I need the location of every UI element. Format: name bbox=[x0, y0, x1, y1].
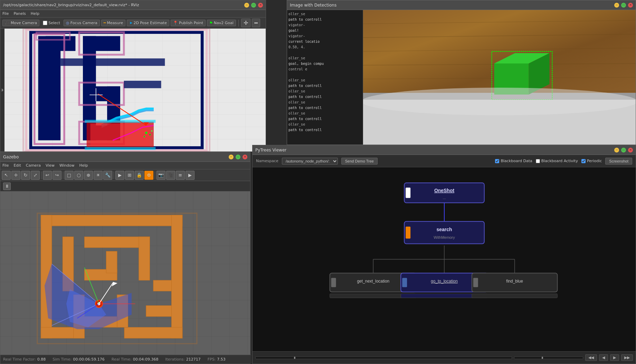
focus-camera-button[interactable]: ◎ Focus Camera bbox=[64, 20, 100, 26]
gz-vid2-btn[interactable]: ▶ bbox=[186, 171, 194, 180]
gz-active-tool[interactable]: ⚙ bbox=[144, 171, 153, 180]
gazebo-title: Gazebo bbox=[3, 155, 19, 159]
publish-icon: 📍 bbox=[173, 21, 178, 25]
gz-cylinder-tool[interactable]: ⊕ bbox=[84, 171, 93, 180]
gz-arrow-tool[interactable]: ▶ bbox=[115, 171, 124, 180]
svg-rect-125 bbox=[404, 222, 484, 244]
pytrees-tree-viewport[interactable]: OneShot ... search WithMemory get_next_l… bbox=[253, 167, 636, 351]
select-checkbox[interactable] bbox=[43, 21, 47, 25]
timeline-prev-button[interactable]: ◀ bbox=[599, 354, 608, 361]
svg-text:get_next_location: get_next_location bbox=[357, 279, 389, 284]
pytrees-minimize-button[interactable]: ─ bbox=[614, 148, 619, 153]
rviz-maximize-button[interactable]: □ bbox=[251, 3, 256, 8]
pytrees-maximize-button[interactable]: □ bbox=[621, 148, 626, 153]
rviz-menu-file[interactable]: File bbox=[2, 11, 9, 16]
gz-cam-btn[interactable]: 📷 bbox=[156, 171, 165, 180]
rviz-panel-toggle[interactable] bbox=[0, 29, 4, 151]
image-maximize-button[interactable]: □ bbox=[621, 3, 626, 8]
gz-scale-tool[interactable]: ⤢ bbox=[31, 171, 40, 180]
pytrees-close-button[interactable]: ✕ bbox=[628, 148, 633, 153]
gz-undo-btn[interactable]: ↩ bbox=[43, 171, 52, 180]
gz-select-tool[interactable]: ↖ bbox=[2, 171, 11, 180]
pytrees-toolbar: Namespace /autonomy_node_python/: Send D… bbox=[253, 155, 636, 167]
pytrees-timeline-track2[interactable] bbox=[514, 356, 583, 359]
gz-rotate-tool[interactable]: ↻ bbox=[21, 171, 30, 180]
rviz-minimize-button[interactable]: ─ bbox=[244, 3, 249, 8]
blackboard-activity-checkbox[interactable] bbox=[536, 159, 540, 163]
log-line: vigator- bbox=[288, 22, 361, 28]
gz-wrench-tool[interactable]: 🔧 bbox=[103, 171, 112, 180]
log-line: current locatio bbox=[288, 39, 361, 45]
measure-button[interactable]: ━ Measure bbox=[101, 20, 125, 26]
rviz-menu-panels[interactable]: Panels bbox=[13, 11, 26, 16]
select-button[interactable]: Select bbox=[41, 20, 62, 26]
pytrees-timeline-track[interactable] bbox=[255, 356, 512, 359]
real-time-value: 00:04:09.368 bbox=[133, 357, 159, 362]
blackboard-activity-label[interactable]: Blackboard Activity bbox=[541, 159, 578, 163]
gazebo-svg bbox=[0, 191, 250, 358]
rviz-close-button[interactable]: ✕ bbox=[258, 3, 263, 8]
camera-view bbox=[363, 10, 636, 145]
gazebo-maximize-button[interactable]: □ bbox=[236, 155, 240, 159]
move-camera-button[interactable]: 🎥 Move Camera bbox=[2, 20, 39, 26]
nav2-goal-button[interactable]: ⚑ Nav2 Goal bbox=[207, 20, 236, 26]
move-camera-icon: 🎥 bbox=[5, 21, 10, 25]
gazebo-menu-window[interactable]: Window bbox=[59, 163, 74, 168]
gz-toolbar-sep4 bbox=[155, 171, 155, 179]
gz-translate-tool[interactable]: ✛ bbox=[11, 171, 20, 180]
pytrees-window-controls: ─ □ ✕ bbox=[614, 148, 633, 153]
log-line: path to controll bbox=[288, 116, 361, 122]
screenshot-button[interactable]: Screenshot bbox=[605, 158, 632, 165]
blackboard-data-label[interactable]: Blackboard Data bbox=[501, 159, 532, 163]
publish-point-button[interactable]: 📍 Publish Point bbox=[171, 20, 206, 26]
gazebo-titlebar: Gazebo ─ □ ✕ bbox=[0, 152, 250, 162]
svg-point-44 bbox=[149, 134, 151, 135]
rviz-title: /opt/ros/galactic/share/nav2_bringup/rvi… bbox=[3, 3, 139, 7]
gazebo-menu-view[interactable]: View bbox=[46, 163, 55, 168]
gazebo-minimize-button[interactable]: ─ bbox=[229, 155, 234, 159]
select-label: Select bbox=[48, 21, 60, 25]
timeline-forward-button[interactable]: ▶▶ bbox=[621, 354, 633, 361]
gazebo-menu-edit[interactable]: Edit bbox=[13, 163, 21, 168]
pose-estimate-button[interactable]: ➤ 2D Pose Estimate bbox=[127, 20, 169, 26]
image-close-button[interactable]: ✕ bbox=[628, 3, 633, 8]
periodic-label[interactable]: Periodic bbox=[587, 159, 602, 163]
gazebo-menu-camera[interactable]: Camera bbox=[26, 163, 41, 168]
timeline-next-button[interactable]: ▶ bbox=[610, 354, 619, 361]
gz-sphere-tool[interactable]: ○ bbox=[74, 171, 83, 180]
gz-redo-btn[interactable]: ↪ bbox=[53, 171, 61, 180]
periodic-checkbox[interactable] bbox=[581, 159, 586, 163]
gazebo-close-button[interactable]: ✕ bbox=[243, 155, 247, 159]
namespace-select[interactable]: /autonomy_node_python/: bbox=[282, 158, 338, 165]
gz-vid-btn[interactable]: 🎥 bbox=[166, 171, 175, 180]
svg-rect-75 bbox=[41, 215, 182, 226]
gz-extra-btn[interactable]: ≡ bbox=[176, 171, 185, 180]
nav2-icon: ⚑ bbox=[209, 21, 213, 25]
toolbar-minus-button[interactable]: ━ bbox=[252, 19, 260, 27]
timeline-back-button[interactable]: ◀◀ bbox=[585, 354, 597, 361]
svg-text:WithMemory: WithMemory bbox=[434, 235, 455, 239]
gz-lock-tool[interactable]: 🔒 bbox=[135, 171, 144, 180]
gazebo-menu-file[interactable]: File bbox=[2, 163, 9, 168]
gazebo-menu-help[interactable]: Help bbox=[79, 163, 88, 168]
toolbar-separator bbox=[238, 20, 239, 27]
gz-grid-tool[interactable]: ⊞ bbox=[125, 171, 134, 180]
pytrees-bottombar: ◀◀ ◀ ▶ ▶▶ bbox=[253, 351, 636, 364]
timeline-handle2[interactable] bbox=[542, 357, 543, 359]
move-camera-label: Move Camera bbox=[11, 21, 37, 25]
toolbar-plus-button[interactable]: ✛ bbox=[241, 19, 250, 27]
gazebo-window: Gazebo ─ □ ✕ File Edit Camera View Windo… bbox=[0, 152, 250, 364]
image-minimize-button[interactable]: ─ bbox=[614, 3, 619, 8]
gz-light-tool[interactable]: ☀ bbox=[94, 171, 103, 180]
send-demo-tree-button[interactable]: Send Demo Tree bbox=[341, 158, 378, 165]
rviz-map-view[interactable] bbox=[4, 29, 266, 151]
log-line bbox=[288, 72, 361, 78]
gazebo-3d-viewport[interactable] bbox=[0, 191, 250, 358]
blackboard-data-checkbox[interactable] bbox=[495, 159, 499, 163]
gz-pause-button[interactable]: ⏸ bbox=[3, 183, 11, 190]
log-line: path to controll bbox=[288, 83, 361, 89]
rviz-toolbar: 🎥 Move Camera Select ◎ Focus Camera ━ Me… bbox=[0, 18, 266, 29]
timeline-handle[interactable] bbox=[294, 357, 295, 359]
gz-box-tool[interactable]: □ bbox=[65, 171, 74, 180]
rviz-menu-help[interactable]: Help bbox=[31, 11, 39, 16]
